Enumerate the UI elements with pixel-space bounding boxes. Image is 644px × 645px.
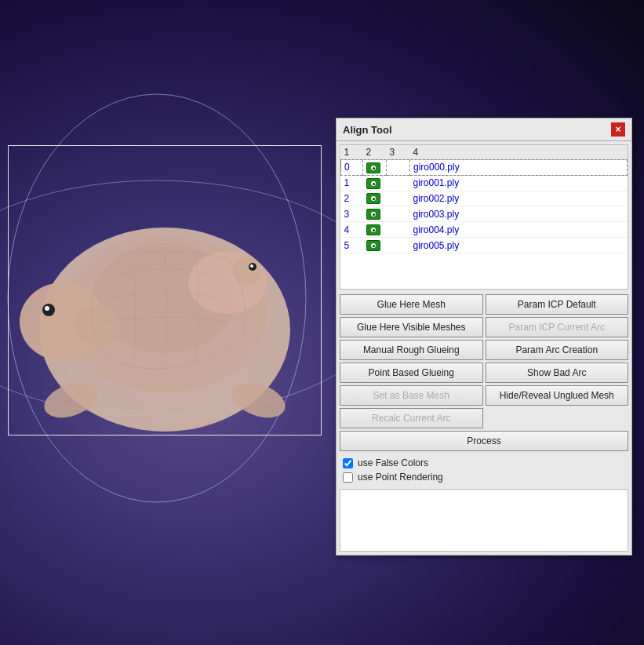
use-point-rendering-row: use Point Rendering bbox=[343, 470, 625, 484]
table-row[interactable]: 5giro005.ply bbox=[341, 238, 628, 253]
output-area bbox=[340, 489, 628, 552]
table-row[interactable]: 4giro004.ply bbox=[341, 222, 628, 238]
turtle-mesh bbox=[0, 102, 337, 455]
show-bad-arc-button[interactable]: Show Bad Arc bbox=[486, 363, 629, 383]
use-point-rendering-checkbox[interactable] bbox=[343, 472, 353, 483]
eye-icon[interactable] bbox=[366, 193, 380, 204]
row-id: 3 bbox=[341, 206, 363, 222]
row-id: 5 bbox=[341, 238, 363, 253]
panel-titlebar: Align Tool × bbox=[337, 118, 631, 141]
close-button[interactable]: × bbox=[611, 122, 625, 137]
row-col3 bbox=[387, 160, 410, 176]
svg-point-14 bbox=[250, 264, 253, 268]
buttons-area: Glue Here Mesh Param ICP Default Glue He… bbox=[337, 291, 631, 454]
checkboxes-area: use False Colors use Point Rendering bbox=[337, 454, 631, 486]
process-button[interactable]: Process bbox=[340, 431, 628, 451]
table-row[interactable]: 2giro002.ply bbox=[341, 191, 628, 206]
use-false-colors-checkbox[interactable] bbox=[343, 458, 353, 468]
eye-icon[interactable] bbox=[366, 224, 380, 235]
col-header-1: 1 bbox=[341, 145, 363, 160]
mesh-table: 1 2 3 4 0giro000.ply1giro001.ply2giro002… bbox=[340, 145, 628, 253]
eye-icon[interactable] bbox=[366, 209, 380, 220]
eye-icon[interactable] bbox=[366, 162, 380, 173]
row-filename: giro001.ply bbox=[410, 175, 628, 191]
table-row[interactable]: 1giro001.ply bbox=[341, 175, 628, 191]
glue-here-visible-meshes-button[interactable]: Glue Here Visible Meshes bbox=[340, 317, 483, 337]
row-eye[interactable] bbox=[363, 191, 387, 206]
align-tool-panel: Align Tool × 1 2 3 4 0giro000.ply1giro00… bbox=[336, 118, 632, 556]
row-filename: giro000.ply bbox=[410, 160, 628, 176]
use-false-colors-label: use False Colors bbox=[358, 457, 428, 468]
hide-reveal-unglued-mesh-button[interactable]: Hide/Reveal Unglued Mesh bbox=[486, 385, 629, 406]
point-based-glueing-button[interactable]: Point Based Glueing bbox=[340, 363, 483, 383]
table-row[interactable]: 0giro000.ply bbox=[341, 160, 628, 176]
recalc-current-arc-button[interactable]: Recalc Current Arc bbox=[340, 408, 483, 428]
row-eye[interactable] bbox=[363, 222, 387, 238]
svg-point-12 bbox=[233, 257, 261, 285]
param-arc-creation-button[interactable]: Param Arc Creation bbox=[486, 340, 629, 360]
col-header-3: 3 bbox=[387, 145, 410, 160]
row-filename: giro005.ply bbox=[410, 238, 628, 253]
row-col3 bbox=[387, 238, 410, 253]
col-header-2: 2 bbox=[363, 145, 387, 160]
row-col3 bbox=[387, 191, 410, 206]
manual-rough-glueing-button[interactable]: Manual Rough Glueing bbox=[340, 340, 483, 360]
row-id: 0 bbox=[341, 160, 363, 176]
row-col3 bbox=[387, 222, 410, 238]
use-point-rendering-label: use Point Rendering bbox=[358, 472, 443, 483]
panel-title: Align Tool bbox=[343, 124, 392, 136]
param-icp-default-button[interactable]: Param ICP Default bbox=[486, 294, 629, 315]
col-header-4: 4 bbox=[410, 145, 628, 160]
row-eye[interactable] bbox=[363, 175, 387, 191]
row-filename: giro002.ply bbox=[410, 191, 628, 206]
glue-here-mesh-button[interactable]: Glue Here Mesh bbox=[340, 294, 483, 315]
row-id: 4 bbox=[341, 222, 363, 238]
eye-icon[interactable] bbox=[366, 178, 380, 189]
row-col3 bbox=[387, 175, 410, 191]
table-row[interactable]: 3giro003.ply bbox=[341, 206, 628, 222]
row-id: 1 bbox=[341, 175, 363, 191]
svg-point-7 bbox=[45, 306, 49, 311]
row-eye[interactable] bbox=[363, 206, 387, 222]
eye-icon[interactable] bbox=[366, 240, 380, 251]
row-filename: giro003.ply bbox=[410, 206, 628, 222]
svg-point-8 bbox=[75, 306, 122, 345]
row-id: 2 bbox=[341, 191, 363, 206]
row-eye[interactable] bbox=[363, 238, 387, 253]
row-eye[interactable] bbox=[363, 160, 387, 176]
mesh-table-container[interactable]: 1 2 3 4 0giro000.ply1giro001.ply2giro002… bbox=[340, 144, 628, 290]
use-false-colors-row: use False Colors bbox=[343, 456, 625, 470]
set-as-base-mesh-button[interactable]: Set as Base Mesh bbox=[340, 385, 483, 406]
row-col3 bbox=[387, 206, 410, 222]
param-icp-current-arc-button[interactable]: Param ICP Current Arc bbox=[486, 317, 629, 337]
row-filename: giro004.ply bbox=[410, 222, 628, 238]
